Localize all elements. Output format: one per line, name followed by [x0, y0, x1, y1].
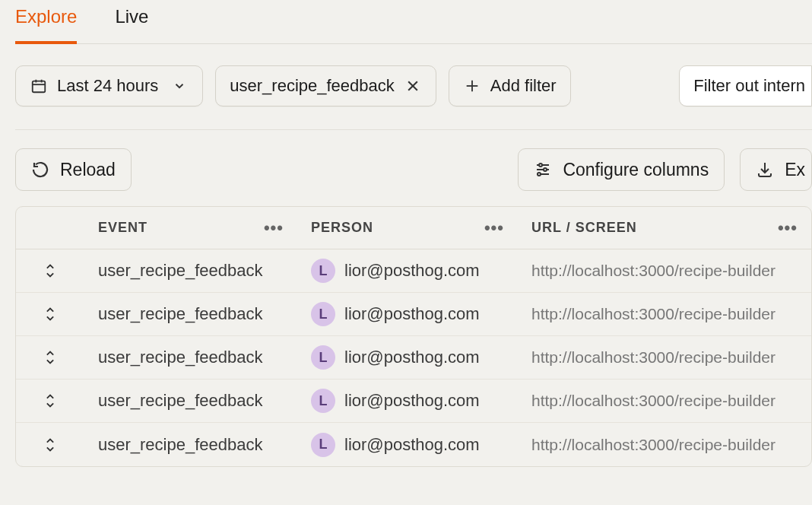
cell-person[interactable]: Llior@posthog.com	[297, 345, 518, 370]
avatar: L	[311, 345, 335, 370]
person-email: lior@posthog.com	[344, 261, 480, 281]
active-filter-chip[interactable]: user_recipe_feedback	[215, 65, 436, 106]
plus-icon	[463, 77, 481, 95]
col-event-label: EVENT	[98, 220, 147, 236]
person-email: lior@posthog.com	[344, 391, 480, 411]
col-person: PERSON •••	[297, 218, 518, 238]
person-email: lior@posthog.com	[344, 304, 480, 324]
table-body: user_recipe_feedbackLlior@posthog.comhtt…	[16, 249, 811, 466]
sort-icon	[41, 305, 59, 323]
filter-out-label: Filter out intern	[693, 76, 805, 96]
avatar: L	[311, 389, 335, 413]
tab-live[interactable]: Live	[115, 6, 148, 44]
add-filter-label: Add filter	[490, 76, 557, 96]
svg-point-9	[539, 164, 542, 167]
tab-explore[interactable]: Explore	[15, 6, 77, 44]
tabs: Explore Live	[15, 6, 812, 44]
table-row[interactable]: user_recipe_feedbackLlior@posthog.comhtt…	[16, 423, 811, 466]
cell-event: user_recipe_feedback	[84, 261, 297, 281]
cell-url: http://localhost:3000/recipe-builder	[518, 305, 811, 323]
add-filter-button[interactable]: Add filter	[449, 65, 571, 106]
expand-toggle[interactable]	[16, 348, 84, 367]
reload-button[interactable]: Reload	[15, 148, 132, 191]
sort-icon	[41, 436, 59, 454]
table-row[interactable]: user_recipe_feedbackLlior@posthog.comhtt…	[16, 336, 811, 380]
export-button[interactable]: Ex	[740, 148, 812, 191]
person-email: lior@posthog.com	[344, 348, 480, 367]
table-header: EVENT ••• PERSON ••• URL / SCREEN •••	[16, 207, 811, 249]
expand-toggle[interactable]	[16, 392, 84, 410]
cell-url: http://localhost:3000/recipe-builder	[518, 262, 811, 280]
expand-toggle[interactable]	[16, 262, 84, 280]
filter-out-internal-button[interactable]: Filter out intern	[679, 65, 812, 106]
cell-url: http://localhost:3000/recipe-builder	[518, 392, 811, 410]
cell-person[interactable]: Llior@posthog.com	[297, 259, 518, 283]
cell-url: http://localhost:3000/recipe-builder	[518, 348, 811, 367]
cell-event: user_recipe_feedback	[84, 391, 297, 411]
col-person-menu[interactable]: •••	[484, 218, 504, 238]
cell-event: user_recipe_feedback	[84, 304, 297, 324]
close-icon[interactable]	[404, 77, 422, 95]
sort-icon	[41, 348, 59, 367]
date-range-picker[interactable]: Last 24 hours	[15, 65, 203, 106]
avatar: L	[311, 259, 335, 283]
col-url: URL / SCREEN •••	[518, 218, 811, 238]
svg-rect-0	[33, 81, 46, 93]
svg-point-13	[538, 173, 541, 176]
col-url-menu[interactable]: •••	[778, 218, 798, 238]
calendar-icon	[30, 77, 48, 95]
table-row[interactable]: user_recipe_feedbackLlior@posthog.comhtt…	[16, 293, 811, 336]
cell-event: user_recipe_feedback	[84, 348, 297, 367]
reload-icon	[31, 160, 49, 179]
events-table: EVENT ••• PERSON ••• URL / SCREEN ••• us…	[15, 206, 812, 467]
col-url-label: URL / SCREEN	[531, 220, 637, 236]
cell-person[interactable]: Llior@posthog.com	[297, 433, 518, 457]
configure-columns-label: Configure columns	[563, 160, 709, 180]
reload-label: Reload	[60, 160, 116, 180]
avatar: L	[311, 433, 335, 457]
export-label: Ex	[785, 160, 805, 180]
cell-person[interactable]: Llior@posthog.com	[297, 302, 518, 326]
sort-icon	[41, 392, 59, 410]
action-bar: Reload Configure columns Ex	[15, 148, 812, 191]
col-event-menu[interactable]: •••	[264, 218, 284, 238]
filter-bar: Last 24 hours user_recipe_feedback Add f…	[15, 65, 812, 106]
col-person-label: PERSON	[311, 220, 373, 236]
configure-columns-button[interactable]: Configure columns	[518, 148, 725, 191]
sort-icon	[41, 262, 59, 280]
avatar: L	[311, 302, 335, 326]
cell-url: http://localhost:3000/recipe-builder	[518, 436, 811, 454]
expand-toggle[interactable]	[16, 305, 84, 323]
table-row[interactable]: user_recipe_feedbackLlior@posthog.comhtt…	[16, 380, 811, 423]
col-event: EVENT •••	[84, 218, 297, 238]
date-range-label: Last 24 hours	[57, 76, 158, 96]
chevron-down-icon	[170, 77, 189, 95]
divider	[15, 129, 812, 130]
sliders-icon	[534, 160, 552, 179]
table-row[interactable]: user_recipe_feedbackLlior@posthog.comhtt…	[16, 249, 811, 293]
cell-person[interactable]: Llior@posthog.com	[297, 389, 518, 413]
cell-event: user_recipe_feedback	[84, 435, 297, 455]
download-icon	[756, 160, 774, 179]
expand-toggle[interactable]	[16, 436, 84, 454]
person-email: lior@posthog.com	[344, 435, 480, 455]
svg-point-11	[544, 168, 547, 171]
active-filter-label: user_recipe_feedback	[230, 76, 394, 96]
